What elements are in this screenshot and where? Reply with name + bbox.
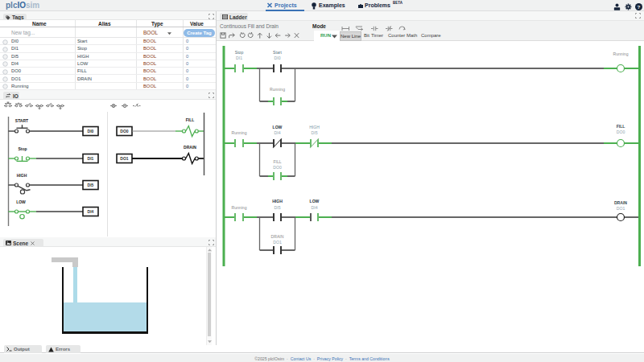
svg-text:DO1: DO1 <box>273 240 282 245</box>
svg-text:Running: Running <box>270 87 285 92</box>
svg-text:?: ? <box>638 4 641 10</box>
svg-text:FILL: FILL <box>273 159 281 164</box>
svg-text:DI4: DI4 <box>275 130 281 135</box>
svg-text:HIGH: HIGH <box>309 125 320 130</box>
svg-text:Running: Running <box>232 130 247 135</box>
svg-text:DRAIN: DRAIN <box>614 200 627 205</box>
svg-text:DO1: DO1 <box>617 206 625 211</box>
svg-text:DO1: DO1 <box>120 156 129 161</box>
svg-text:Running: Running <box>232 205 247 210</box>
svg-text:LOW: LOW <box>310 199 320 204</box>
svg-text:DI5: DI5 <box>275 205 281 210</box>
svg-text:DRAIN: DRAIN <box>271 234 284 239</box>
svg-text:HIGH: HIGH <box>272 199 283 204</box>
svg-text:DI4: DI4 <box>312 205 318 210</box>
svg-text:FILL: FILL <box>617 124 625 129</box>
svg-text:Running: Running <box>613 51 629 56</box>
svg-text:DI1: DI1 <box>236 56 242 60</box>
svg-text:DI0: DI0 <box>88 129 94 134</box>
svg-text:DI5: DI5 <box>312 130 318 135</box>
svg-text:DI0: DI0 <box>275 56 281 60</box>
svg-text:DI1: DI1 <box>88 156 94 161</box>
svg-text:Start: Start <box>273 50 282 55</box>
svg-text:DO0: DO0 <box>273 165 282 170</box>
svg-text:DI4: DI4 <box>88 209 94 214</box>
svg-text:DO0: DO0 <box>120 129 129 134</box>
svg-text:Stop: Stop <box>18 146 27 151</box>
svg-text:LOW: LOW <box>273 125 283 130</box>
svg-text:FILL: FILL <box>186 117 195 122</box>
svg-text:DI5: DI5 <box>88 183 94 187</box>
svg-text:LOW: LOW <box>16 200 26 204</box>
svg-text:HIGH: HIGH <box>17 173 27 178</box>
svg-text:START: START <box>15 118 28 123</box>
svg-text:DO0: DO0 <box>617 130 625 134</box>
svg-text:Stop: Stop <box>235 50 244 55</box>
svg-text:DRAIN: DRAIN <box>184 145 196 150</box>
